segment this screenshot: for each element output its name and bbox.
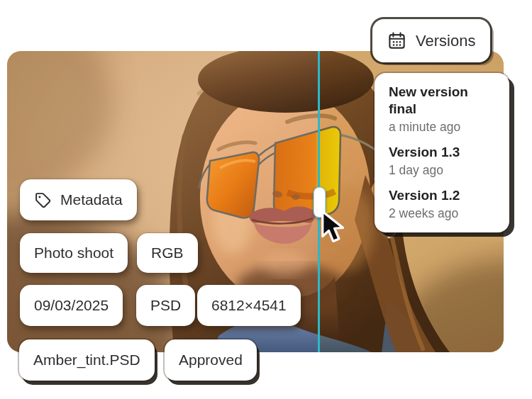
- pill-status-label: Approved: [179, 352, 243, 369]
- cursor-arrow-icon: [320, 210, 348, 245]
- metadata-button[interactable]: Metadata: [20, 179, 137, 220]
- pill-dimensions-label: 6812×4541: [211, 297, 287, 314]
- pill-format[interactable]: PSD: [136, 285, 195, 326]
- pill-dimensions[interactable]: 6812×4541: [197, 285, 301, 326]
- pill-status[interactable]: Approved: [165, 339, 257, 381]
- pill-color-mode-label: RGB: [151, 245, 184, 262]
- version-name: New version final: [389, 84, 495, 118]
- versions-panel: New version final a minute ago Version 1…: [375, 73, 509, 232]
- pill-filename[interactable]: Amber_tint.PSD: [19, 339, 155, 381]
- version-item-1-2[interactable]: Version 1.2 2 weeks ago: [389, 187, 495, 222]
- metadata-button-label: Metadata: [60, 191, 123, 208]
- version-item-1-3[interactable]: Version 1.3 1 day ago: [389, 144, 495, 179]
- versions-button-label: Versions: [416, 32, 475, 50]
- version-name: Version 1.2: [389, 187, 495, 204]
- version-time: 2 weeks ago: [389, 206, 495, 222]
- pill-filename-label: Amber_tint.PSD: [33, 352, 140, 369]
- pill-date-label: 09/03/2025: [34, 297, 109, 314]
- pill-date[interactable]: 09/03/2025: [20, 285, 123, 326]
- version-name: Version 1.3: [389, 144, 495, 161]
- tag-icon: [34, 191, 52, 209]
- pill-format-label: PSD: [150, 297, 181, 314]
- calendar-icon: [387, 31, 406, 50]
- version-time: 1 day ago: [389, 162, 495, 179]
- version-item-current[interactable]: New version final a minute ago: [389, 84, 495, 135]
- pill-color-mode[interactable]: RGB: [137, 233, 198, 273]
- version-time: a minute ago: [389, 119, 495, 135]
- pill-tag-label: Photo shoot: [34, 245, 113, 262]
- versions-button[interactable]: Versions: [372, 19, 490, 62]
- pill-tag[interactable]: Photo shoot: [20, 233, 128, 273]
